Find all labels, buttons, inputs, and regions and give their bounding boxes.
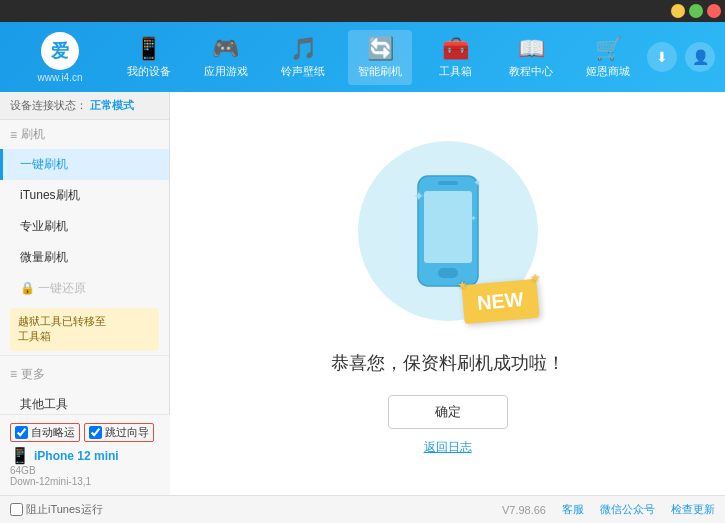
nav-store[interactable]: 🛒 姬恩商城 (576, 30, 640, 85)
customer-service-link[interactable]: 客服 (562, 502, 584, 517)
download-button[interactable]: ⬇ (647, 42, 677, 72)
sidebar-note: 越狱工具已转移至工具箱 (10, 308, 159, 351)
svg-text:✦: ✦ (473, 177, 481, 188)
device-storage: 64GB (10, 465, 160, 476)
header: 爱 www.i4.cn 📱 我的设备 🎮 应用游戏 🎵 铃声壁纸 🔄 智能刷机 … (0, 22, 725, 92)
nav-toolbox[interactable]: 🧰 工具箱 (426, 30, 486, 85)
status-value: 正常模式 (90, 99, 134, 111)
prevent-itunes: 阻止iTunes运行 (10, 502, 103, 517)
nav-ringtones[interactable]: 🎵 铃声壁纸 (271, 30, 335, 85)
nav-smart-flash-label: 智能刷机 (358, 64, 402, 79)
skip-wizard-checkbox[interactable] (89, 426, 102, 439)
sidebar-item-itunes-flash[interactable]: iTunes刷机 (0, 180, 169, 211)
device-firmware: Down-12mini-13,1 (10, 476, 160, 487)
content-area: ✦ ✦ ✦ NEW 恭喜您，保资料刷机成功啦！ 确定 返回日志 (170, 92, 725, 495)
nav-apps-games[interactable]: 🎮 应用游戏 (194, 30, 258, 85)
nav-smart-flash[interactable]: 🔄 智能刷机 (348, 30, 412, 85)
bottom-right: V7.98.66 客服 微信公众号 检查更新 (502, 502, 715, 517)
nav-tutorials-label: 教程中心 (509, 64, 553, 79)
logo-url: www.i4.cn (37, 72, 82, 83)
nav-ringtones-label: 铃声壁纸 (281, 64, 325, 79)
bottom-bar: 阻止iTunes运行 V7.98.66 客服 微信公众号 检查更新 (0, 495, 725, 523)
check-update-link[interactable]: 检查更新 (671, 502, 715, 517)
auto-skip-checkbox[interactable] (15, 426, 28, 439)
minimize-button[interactable] (671, 4, 685, 18)
section2-label: 更多 (21, 366, 45, 383)
phone-svg: ✦ ✦ ✦ (408, 171, 488, 291)
my-device-icon: 📱 (135, 36, 162, 62)
phone-illustration: ✦ ✦ ✦ NEW (348, 131, 548, 331)
svg-text:✦: ✦ (470, 214, 477, 223)
version-label: V7.98.66 (502, 504, 546, 516)
sidebar-item-one-click-restore: 🔒 一键还原 (0, 273, 169, 304)
connection-status: 设备连接状态： 正常模式 (0, 92, 169, 120)
svg-rect-2 (438, 268, 458, 278)
maximize-button[interactable] (689, 4, 703, 18)
store-icon: 🛒 (595, 36, 622, 62)
logo-icon: 爱 (41, 32, 79, 70)
ringtones-icon: 🎵 (290, 36, 317, 62)
apps-games-icon: 🎮 (212, 36, 239, 62)
section-label: 刷机 (21, 126, 45, 143)
sidebar: 设备连接状态： 正常模式 ≡ 刷机 一键刷机 iTunes刷机 专业刷机 微量刷… (0, 92, 170, 495)
nav-tutorials[interactable]: 📖 教程中心 (499, 30, 563, 85)
header-right: ⬇ 👤 (647, 42, 715, 72)
device-name: iPhone 12 mini (34, 449, 119, 463)
device-icon: 📱 (10, 446, 30, 465)
prevent-itunes-checkbox[interactable] (10, 503, 23, 516)
wechat-link[interactable]: 微信公众号 (600, 502, 655, 517)
logo-area: 爱 www.i4.cn (10, 32, 110, 83)
nav-my-device[interactable]: 📱 我的设备 (117, 30, 181, 85)
sidebar-divider (0, 355, 169, 356)
smart-flash-icon: 🔄 (367, 36, 394, 62)
sidebar-section-flash: ≡ 刷机 (0, 120, 169, 149)
title-bar (0, 0, 725, 22)
section2-icon: ≡ (10, 367, 17, 381)
confirm-button[interactable]: 确定 (388, 395, 508, 429)
close-button[interactable] (707, 4, 721, 18)
section-icon: ≡ (10, 128, 17, 142)
success-message: 恭喜您，保资料刷机成功啦！ (331, 351, 565, 375)
svg-text:✦: ✦ (413, 188, 425, 204)
sidebar-item-micro-flash[interactable]: 微量刷机 (0, 242, 169, 273)
sidebar-item-pro-flash[interactable]: 专业刷机 (0, 211, 169, 242)
nav-my-device-label: 我的设备 (127, 64, 171, 79)
return-log-link[interactable]: 返回日志 (424, 439, 472, 456)
sidebar-section-more: ≡ 更多 (0, 360, 169, 389)
toolbox-icon: 🧰 (442, 36, 469, 62)
main-area: 设备连接状态： 正常模式 ≡ 刷机 一键刷机 iTunes刷机 专业刷机 微量刷… (0, 92, 725, 495)
nav-store-label: 姬恩商城 (586, 64, 630, 79)
device-info: 📱 iPhone 12 mini 64GB Down-12mini-13,1 (10, 446, 160, 487)
svg-rect-3 (438, 181, 458, 185)
nav-toolbox-label: 工具箱 (439, 64, 472, 79)
svg-rect-1 (424, 191, 472, 263)
nav-apps-games-label: 应用游戏 (204, 64, 248, 79)
skip-wizard-checkbox-label[interactable]: 跳过向导 (84, 423, 154, 442)
sidebar-item-one-click-flash[interactable]: 一键刷机 (0, 149, 169, 180)
user-button[interactable]: 👤 (685, 42, 715, 72)
tutorials-icon: 📖 (518, 36, 545, 62)
nav-bar: 📱 我的设备 🎮 应用游戏 🎵 铃声壁纸 🔄 智能刷机 🧰 工具箱 📖 教程中心… (110, 30, 647, 85)
auto-skip-checkbox-label[interactable]: 自动略运 (10, 423, 80, 442)
new-badge: NEW (461, 279, 539, 324)
